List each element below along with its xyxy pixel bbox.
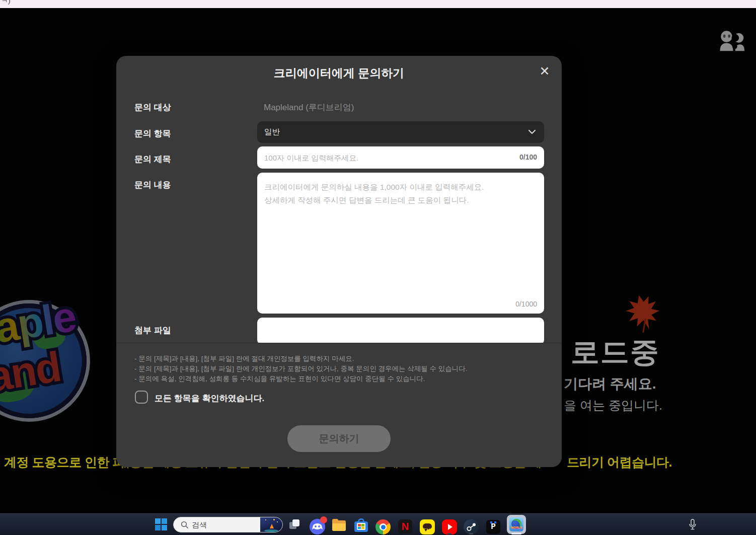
maple-leaf-icon [619,289,668,339]
creators-duo-logo-icon [718,28,744,55]
notice-line: - 문의에 욕설, 인격침해, 성희롱 등 수치심을 유발하는 표현이 있다면 … [134,374,425,384]
running-indicator [469,533,473,534]
steam-icon[interactable] [464,519,479,534]
loading-caption-1: 기다려 주세요. [564,374,656,394]
notice-line: - 문의 [제목]과 [내용], [첨부 파일] 란에 개인정보가 포함되어 있… [134,364,468,373]
task-view-icon[interactable] [289,519,299,529]
search-input[interactable]: 검색 [173,517,283,532]
subject-label: 문의 제목 [134,154,171,165]
subject-input-box: 0/100 [257,146,544,169]
discord-icon[interactable] [310,519,325,534]
search-icon [181,521,189,529]
category-select[interactable]: 일반 [257,121,544,143]
netflix-icon[interactable]: N [398,519,412,533]
search-highlight-image[interactable] [260,517,282,532]
ticker-text-right: 드리기 어렵습니다. [567,454,672,471]
target-value: Mapleland (루디브리엄) [264,102,354,113]
youtube-icon[interactable] [442,519,457,534]
loading-title: 로드중 [571,333,660,372]
category-selected-value: 일반 [264,127,280,137]
content-counter: 0/1000 [515,300,537,308]
chevron-down-icon [528,128,536,135]
maplestory-worlds-active-icon[interactable]: WORLD [507,515,526,534]
subject-counter: 0/100 [519,153,537,161]
titlebar-clipped-text: ㅋ) [1,0,11,6]
target-label: 문의 대상 [134,102,171,113]
content-textarea-box: 크리에이터에게 문의하실 내용을 1,000자 이내로 입력해주세요. 상세하게… [257,173,544,314]
screen: ㅋ) Maple Maple land land 로드중 기다려 주세요. 을 … [0,0,756,535]
confirm-checkbox-label: 모든 항목을 확인하였습니다. [155,393,264,404]
attachment-upload-box[interactable] [257,318,544,345]
chrome-icon[interactable] [375,519,391,534]
discord-notification-badge [320,516,327,523]
dialog-footer: - 문의 [제목]과 [내용], [첨부 파일] 란에 절대 개인정보를 입력하… [116,343,562,467]
content-textarea[interactable] [257,173,544,314]
microsoft-store-icon[interactable] [354,518,368,532]
running-indicator [447,533,451,534]
confirm-checkbox[interactable] [135,391,148,404]
microphone-icon[interactable] [688,518,698,531]
file-explorer-icon[interactable] [332,520,346,531]
pixel-p-app-icon[interactable]: P [486,520,500,534]
windows-start-icon[interactable] [155,518,167,530]
dialog-title: 크리에이터에게 문의하기 [116,65,562,81]
notice-line: - 문의 [제목]과 [내용], [첨부 파일] 란에 절대 개인정보를 입력하… [134,354,354,363]
category-label: 문의 항목 [134,128,171,139]
campfire-icon [270,524,274,528]
taskbar: 검색 [0,513,756,535]
content-label: 문의 내용 [134,179,171,191]
search-placeholder: 검색 [192,520,207,530]
attachment-label: 첨부 파일 [134,325,171,336]
window-titlebar: ㅋ) [0,0,756,8]
close-icon[interactable]: ✕ [537,63,553,79]
submit-button[interactable]: 문의하기 [287,425,391,452]
subject-input[interactable] [257,146,544,169]
active-app-indicator [511,533,521,534]
loading-caption-2: 을 여는 중입니다. [564,397,662,414]
kakaotalk-icon[interactable]: TALK [420,519,435,534]
contact-creator-dialog: 크리에이터에게 문의하기 ✕ 문의 대상 Mapleland (루디브리엄) 문… [116,56,562,467]
